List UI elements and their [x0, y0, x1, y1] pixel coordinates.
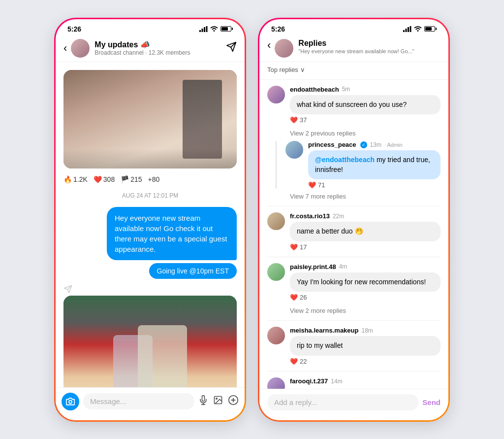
- admin-badge: · Admin: [384, 142, 403, 148]
- reaction-fire-1[interactable]: 🔥 1.2K: [63, 175, 88, 183]
- svg-rect-21: [408, 27, 409, 32]
- reply-user-row-4: meisha.learns.makeup 18m: [290, 327, 441, 334]
- reply-group-2: fr.costa.rio13 22m name a better duo 🤭 ❤…: [259, 208, 448, 255]
- reply-bubble-3: Yay I'm looking for new recommendations!: [290, 272, 441, 292]
- bottom-icons: [198, 395, 239, 408]
- send-button[interactable]: Send: [422, 398, 441, 406]
- top-replies-bar[interactable]: Top replies ∨: [259, 62, 448, 77]
- reply-bubble-1: what kind of sunscreen do you use?: [290, 95, 441, 115]
- battery-icon: [220, 26, 233, 32]
- status-bar-right: 5:26: [259, 19, 448, 35]
- wifi-icon: [210, 26, 218, 32]
- message-bubbles: Hey everyone new stream available now! G…: [56, 205, 245, 283]
- reaction-flag-1[interactable]: 🏴 215: [121, 175, 142, 183]
- reply-user-row-1: endoatthebeach 5m: [290, 86, 441, 93]
- add-icon[interactable]: [228, 395, 239, 408]
- post-image-2-area: [56, 283, 245, 387]
- chat-area-left: 🔥 1.2K ❤️ 308 🏴 215 +80 AUG 24 AT 12:01 …: [56, 62, 245, 387]
- heart-icon-4[interactable]: ❤️: [290, 358, 298, 365]
- heart-icon-2[interactable]: ❤️: [290, 243, 298, 251]
- reply-time-5: 14m: [331, 378, 342, 385]
- bubble-main: Hey everyone new stream available now! G…: [107, 207, 237, 260]
- reply-user-row-thread-1: princess_peace ✓ 13m · Admin: [308, 141, 441, 148]
- wifi-icon-right: [414, 26, 422, 32]
- verified-badge: ✓: [360, 141, 367, 148]
- reaction-heart-1[interactable]: ❤️ 308: [94, 175, 115, 183]
- reactions-row-1: 🔥 1.2K ❤️ 308 🏴 215 +80: [56, 172, 245, 186]
- replies-area: endoatthebeach 5m what kind of sunscreen…: [259, 82, 448, 407]
- reply-count-2: 17: [300, 243, 307, 251]
- time-right: 5:26: [271, 25, 285, 33]
- signal-icon-right: [403, 26, 411, 32]
- reaction-more-1[interactable]: +80: [148, 175, 160, 183]
- time-left: 5:26: [67, 25, 81, 33]
- heart-icon-1[interactable]: ❤️: [290, 116, 298, 124]
- reply-bubble-4: rip to my wallet: [290, 336, 441, 356]
- reply-username-4: meisha.learns.makeup: [290, 327, 358, 334]
- header-info-left: My updates 📣 Broadcast channel · 12.3K m…: [94, 40, 226, 56]
- reply-avatar-4: [267, 327, 285, 344]
- share-icon[interactable]: [226, 41, 237, 55]
- back-button-left[interactable]: ‹: [63, 42, 67, 55]
- status-icons-left: [199, 26, 233, 32]
- reply-avatar-2: [267, 212, 285, 230]
- left-phone: 5:26 ‹ My update: [54, 18, 246, 422]
- reply-user-row-2: fr.costa.rio13 22m: [290, 212, 441, 220]
- reply-time-3: 4m: [339, 263, 347, 270]
- replies-subtitle: "Hey everyone new stream available now! …: [298, 48, 441, 54]
- reply-count-1: 37: [300, 116, 307, 124]
- back-button-right[interactable]: ‹: [267, 39, 271, 52]
- svg-rect-3: [206, 26, 208, 32]
- reply-reactions-3: ❤️ 26: [290, 294, 441, 301]
- svg-point-11: [69, 400, 72, 403]
- view-more-replies-3[interactable]: View 2 more replies: [259, 305, 448, 318]
- mic-icon[interactable]: [198, 395, 208, 407]
- camera-button[interactable]: [62, 393, 79, 410]
- chevron-down-icon: ∨: [300, 66, 305, 73]
- svg-rect-20: [406, 29, 407, 32]
- replies-avatar: [275, 39, 293, 58]
- view-previous-replies-1[interactable]: View 2 previous replies: [259, 128, 448, 141]
- bubble-small: Going live @10pm EST: [149, 263, 237, 279]
- battery-icon-right: [424, 26, 437, 32]
- reply-group-3: paisley.print.48 4m Yay I'm looking for …: [259, 259, 448, 305]
- send-icon-row-2: [63, 285, 237, 296]
- image-icon[interactable]: [213, 395, 223, 407]
- channel-title: My updates 📣: [94, 40, 226, 49]
- reply-count-3: 26: [300, 294, 307, 301]
- replies-title: Replies: [298, 39, 441, 48]
- reply-username-5: farooqi.t.237: [290, 377, 328, 385]
- heart-icon-3[interactable]: ❤️: [290, 294, 298, 301]
- post-photo-2: [63, 296, 237, 387]
- reply-time-4: 18m: [361, 327, 373, 334]
- bottom-bar-left: Message...: [56, 387, 245, 420]
- reply-group-4: meisha.learns.makeup 18m rip to my walle…: [259, 323, 448, 369]
- svg-rect-0: [199, 30, 201, 32]
- svg-rect-22: [410, 26, 411, 32]
- post-image-1: [63, 70, 237, 169]
- message-input[interactable]: Message...: [83, 393, 194, 409]
- top-replies-label: Top replies: [267, 66, 298, 73]
- reply-username-thread-1: princess_peace: [308, 141, 356, 148]
- status-icons-right: [403, 26, 437, 32]
- reply-reactions-2: ❤️ 17: [290, 243, 441, 251]
- thread-area-1: princess_peace ✓ 13m · Admin @endoattheb…: [259, 141, 448, 191]
- heart-icon-thread-1[interactable]: ❤️: [308, 181, 316, 189]
- date-divider: AUG 24 AT 12:01 PM: [56, 186, 245, 205]
- reply-avatar-thread-1: [285, 141, 303, 159]
- svg-point-4: [214, 30, 215, 32]
- replies-header-info: Replies "Hey everyone new stream availab…: [298, 39, 441, 54]
- reply-input[interactable]: Add a reply...: [267, 394, 418, 410]
- reply-username-1: endoatthebeach: [290, 86, 339, 93]
- view-more-replies-1[interactable]: View 7 more replies: [259, 191, 448, 204]
- reply-reactions-1: ❤️ 37: [290, 116, 441, 124]
- reply-time-1: 5m: [342, 86, 350, 93]
- reply-bubble-thread-1: @endoatthebeach my tried and true, innis…: [308, 150, 441, 179]
- reply-bubble-2: name a better duo 🤭: [290, 222, 441, 241]
- reply-time-thread-1: 13m: [370, 141, 381, 148]
- reply-username-2: fr.costa.rio13: [290, 212, 330, 220]
- reply-avatar-3: [267, 263, 285, 281]
- svg-rect-1: [202, 29, 203, 32]
- reply-group-1: endoatthebeach 5m what kind of sunscreen…: [259, 82, 448, 128]
- send-icon-gray: [63, 285, 72, 294]
